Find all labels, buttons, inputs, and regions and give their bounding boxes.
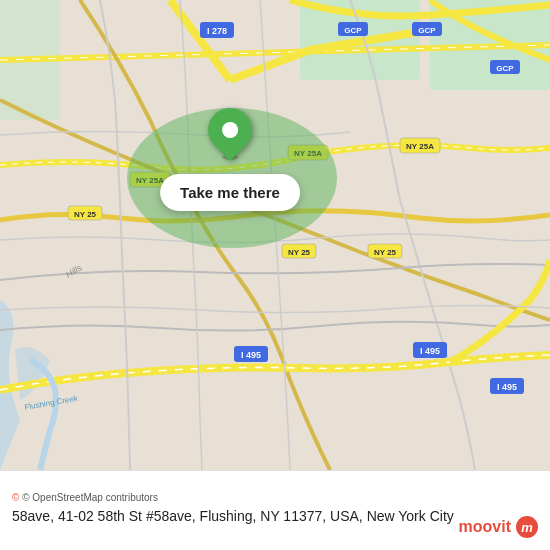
svg-text:NY 25: NY 25 xyxy=(288,248,311,257)
info-bar: © © OpenStreetMap contributors 58ave, 41… xyxy=(0,470,550,550)
moovit-text: moovit xyxy=(459,518,511,536)
svg-text:I 495: I 495 xyxy=(420,346,440,356)
location-pin xyxy=(199,99,261,161)
osm-credit-text: © OpenStreetMap contributors xyxy=(22,492,158,503)
svg-text:GCP: GCP xyxy=(418,26,436,35)
svg-text:GCP: GCP xyxy=(344,26,362,35)
svg-text:GCP: GCP xyxy=(496,64,514,73)
svg-text:NY 25: NY 25 xyxy=(374,248,397,257)
app-container: Flushing Creek I 278 GCP GCP GCP NY 25A … xyxy=(0,0,550,550)
pin-container: Take me there xyxy=(160,108,300,211)
svg-text:NY 25: NY 25 xyxy=(74,210,97,219)
svg-text:I 278: I 278 xyxy=(207,26,227,36)
moovit-icon xyxy=(516,516,538,538)
pin-inner xyxy=(222,122,238,138)
osm-logo: © xyxy=(12,492,19,503)
svg-text:NY 25A: NY 25A xyxy=(406,142,434,151)
take-me-there-button[interactable]: Take me there xyxy=(160,174,300,211)
moovit-logo: moovit xyxy=(459,516,538,538)
map-area: Flushing Creek I 278 GCP GCP GCP NY 25A … xyxy=(0,0,550,470)
svg-text:I 495: I 495 xyxy=(241,350,261,360)
map-svg: Flushing Creek I 278 GCP GCP GCP NY 25A … xyxy=(0,0,550,470)
osm-credit: © © OpenStreetMap contributors xyxy=(12,492,538,503)
svg-text:I 495: I 495 xyxy=(497,382,517,392)
